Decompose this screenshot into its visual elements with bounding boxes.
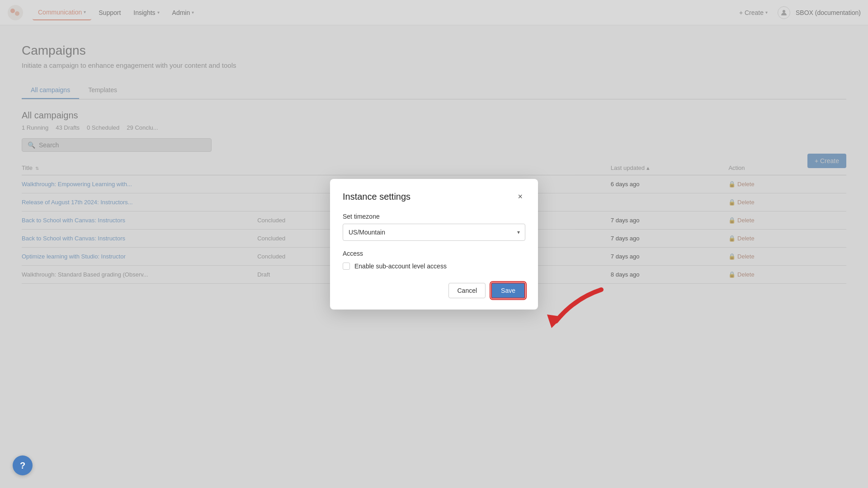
sub-account-access-checkbox[interactable] bbox=[343, 263, 350, 270]
timezone-select-wrapper: US/Mountain US/Eastern US/Central US/Pac… bbox=[343, 224, 525, 241]
access-label: Access bbox=[343, 250, 525, 257]
arrow-annotation bbox=[538, 281, 610, 302]
modal-header: Instance settings × bbox=[343, 192, 525, 202]
checkbox-label: Enable sub-account level access bbox=[354, 263, 447, 270]
access-section: Access Enable sub-account level access bbox=[343, 250, 525, 270]
modal-footer: Cancel Save bbox=[343, 282, 525, 299]
modal-overlay: Instance settings × Set timezone US/Moun… bbox=[0, 0, 868, 302]
checkbox-row: Enable sub-account level access bbox=[343, 263, 525, 270]
timezone-label: Set timezone bbox=[343, 213, 525, 220]
modal-title: Instance settings bbox=[343, 192, 410, 202]
save-button[interactable]: Save bbox=[491, 282, 525, 299]
instance-settings-modal: Instance settings × Set timezone US/Moun… bbox=[330, 179, 538, 302]
modal-close-button[interactable]: × bbox=[515, 192, 525, 202]
cancel-button[interactable]: Cancel bbox=[448, 283, 486, 298]
timezone-select[interactable]: US/Mountain US/Eastern US/Central US/Pac… bbox=[343, 224, 525, 241]
